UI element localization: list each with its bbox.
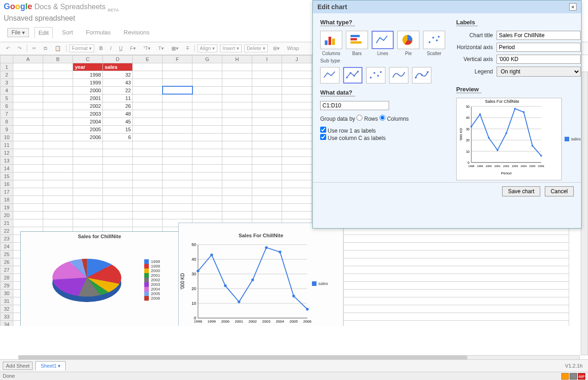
row-header[interactable]: 8 (0, 117, 13, 125)
row-header[interactable]: 19 (0, 203, 13, 211)
row-header[interactable]: 33 (0, 313, 13, 320)
use-colc-checkbox[interactable]: Use column C as labels (320, 135, 385, 141)
row-header[interactable]: 23 (0, 235, 13, 242)
col-header[interactable]: H (222, 55, 252, 63)
group-rows-radio[interactable]: Rows (356, 116, 378, 122)
cell[interactable]: 43 (103, 78, 133, 86)
cell[interactable]: 1998 (73, 71, 103, 78)
col-header[interactable]: D (103, 55, 133, 63)
row-header[interactable]: 28 (0, 274, 13, 281)
vertical-scrollbar[interactable] (581, 72, 588, 355)
row-header[interactable]: 27 (0, 266, 13, 274)
redo-icon[interactable]: ↷ (15, 44, 24, 53)
delete-select[interactable]: Delete ▾ (244, 45, 268, 52)
col-header[interactable]: F (163, 55, 192, 63)
row-header[interactable]: 18 (0, 196, 13, 203)
embedded-pie-chart[interactable]: Sales for ChillNite 19981999200020012002… (20, 231, 179, 326)
undo-icon[interactable]: ↶ (4, 44, 12, 53)
file-menu[interactable]: File ▾ (7, 28, 29, 37)
row-header[interactable]: 2 (0, 71, 13, 78)
row-header[interactable]: 11 (0, 141, 13, 149)
row-header[interactable]: 17 (0, 188, 13, 196)
cell[interactable]: 2000 (73, 86, 103, 94)
row-header[interactable]: 29 (0, 281, 13, 289)
close-icon[interactable]: × (569, 3, 577, 11)
menu-formulas[interactable]: Formulas (82, 27, 114, 38)
borders-icon[interactable]: ⊞▾ (271, 44, 282, 53)
group-columns-radio[interactable]: Columns (379, 116, 409, 122)
cell[interactable]: 32 (103, 71, 133, 78)
sheet-tab[interactable]: Sheet1 ▾ (35, 361, 66, 370)
cell[interactable]: 2003 (73, 110, 103, 117)
cell[interactable]: 11 (103, 94, 133, 102)
row-header[interactable]: 5 (0, 94, 13, 102)
row-header[interactable]: 31 (0, 297, 13, 305)
vaxis-input[interactable] (497, 55, 581, 64)
chart-type-scatter[interactable] (423, 31, 445, 49)
cancel-button[interactable]: Cancel (545, 186, 574, 196)
cell[interactable]: 45 (103, 117, 133, 125)
col-header[interactable]: J (282, 55, 312, 63)
bold-icon[interactable]: B (97, 44, 105, 52)
col-header[interactable]: I (252, 55, 282, 63)
row-header[interactable]: 22 (0, 227, 13, 235)
row-header[interactable]: 25 (0, 250, 13, 258)
row-header[interactable]: 4 (0, 86, 13, 94)
insert-select[interactable]: Insert ▾ (220, 45, 242, 52)
use-row1-checkbox[interactable]: Use row 1 as labels (320, 128, 376, 134)
tray-icon[interactable] (570, 373, 577, 380)
row-header[interactable]: 7 (0, 110, 13, 117)
cell[interactable]: year (73, 63, 103, 71)
subtype-smooth-dots[interactable] (412, 67, 431, 84)
font-size-icon[interactable]: ᵀT▾ (141, 44, 153, 53)
col-header[interactable]: C (73, 55, 103, 63)
haxis-input[interactable] (497, 43, 581, 52)
cell[interactable]: 2002 (73, 102, 103, 110)
col-header[interactable]: B (43, 55, 73, 63)
col-header[interactable]: G (192, 55, 222, 63)
cell[interactable]: 48 (103, 110, 133, 117)
active-cell[interactable] (163, 86, 192, 94)
col-header[interactable]: E (133, 55, 163, 63)
cell[interactable]: 2001 (73, 94, 103, 102)
cell[interactable]: 2005 (73, 125, 103, 133)
cut-icon[interactable]: ✂ (30, 44, 39, 53)
format-select[interactable]: Format ▾ (69, 45, 94, 52)
subtype-smooth[interactable] (389, 67, 408, 84)
data-range-input[interactable] (320, 101, 389, 110)
cell[interactable]: 6 (103, 133, 133, 141)
fill-color-icon[interactable]: ▦▾ (169, 44, 181, 53)
row-header[interactable]: 32 (0, 305, 13, 313)
chart-type-lines[interactable] (372, 31, 394, 49)
chart-type-bars[interactable] (346, 31, 368, 49)
chart-type-columns[interactable] (320, 31, 342, 49)
row-header[interactable]: 12 (0, 149, 13, 156)
col-header[interactable]: A (13, 55, 43, 63)
row-header[interactable]: 26 (0, 258, 13, 266)
row-header[interactable]: 30 (0, 289, 13, 297)
tray-icon[interactable]: ABP (578, 373, 585, 380)
cell[interactable]: 2004 (73, 117, 103, 125)
subtype-dots[interactable] (366, 67, 385, 84)
menu-revisions[interactable]: Revisions (120, 27, 153, 38)
row-header[interactable]: 21 (0, 219, 13, 227)
menu-edit[interactable]: Edit (34, 27, 53, 38)
row-header[interactable]: 24 (0, 242, 13, 250)
row-header[interactable]: 20 (0, 211, 13, 219)
subtype-line-dots[interactable] (343, 67, 362, 84)
cell[interactable]: 2006 (73, 133, 103, 141)
chart-title-input[interactable] (497, 31, 581, 40)
row-header[interactable]: 6 (0, 102, 13, 110)
cell[interactable]: 22 (103, 86, 133, 94)
text-color-icon[interactable]: T▾ (156, 44, 166, 53)
save-chart-button[interactable]: Save chart (502, 186, 540, 196)
row-header[interactable]: 10 (0, 133, 13, 141)
row-header[interactable]: 9 (0, 125, 13, 133)
tray-icon[interactable] (561, 373, 569, 380)
paste-icon[interactable]: 📋 (52, 44, 63, 53)
row-header[interactable]: 1 (0, 63, 13, 71)
copy-icon[interactable]: ⧉ (41, 44, 50, 53)
cell[interactable]: 15 (103, 125, 133, 133)
cell[interactable]: sales (103, 63, 133, 71)
embedded-line-chart[interactable]: Chart ▾ Sales For ChillNite 010203040501… (178, 223, 344, 326)
